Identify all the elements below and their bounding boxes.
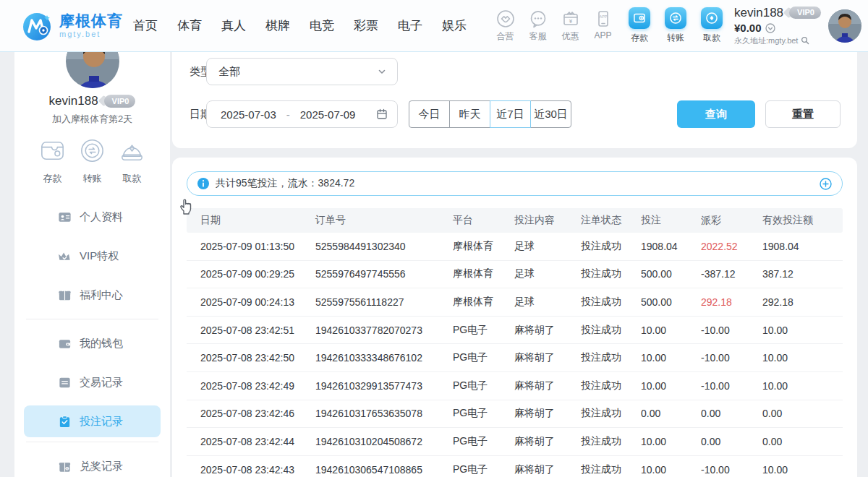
utility-app-icon[interactable]: APPAPP xyxy=(589,9,617,43)
sidebar-item-profile[interactable]: 个人资料 xyxy=(14,197,170,236)
wallet-icon xyxy=(58,337,72,351)
nav-item-4[interactable]: 棋牌 xyxy=(265,17,290,34)
table-row[interactable]: 2025-07-08 23:42:501942610333348676102PG… xyxy=(187,344,843,372)
cell-payout: 2022.52 xyxy=(701,241,762,252)
sidebar-item-redeem[interactable]: R兑奖记录 xyxy=(14,447,170,477)
quick-action-withdraw-outline-icon[interactable]: 取款 xyxy=(116,135,149,185)
svg-text:R: R xyxy=(66,467,68,470)
cell-platform: PG电子 xyxy=(453,435,514,448)
utility-label: 合营 xyxy=(497,30,514,43)
sidebar-item-bets[interactable]: 投注记录 xyxy=(24,405,161,437)
table-header-row: 日期订单号平台投注内容注单状态投注派彩有效投注额 xyxy=(187,208,843,233)
site-logo[interactable]: 摩根体育 mgty.bet xyxy=(20,9,123,43)
column-header: 派彩 xyxy=(701,214,762,227)
column-header: 投注 xyxy=(641,214,701,227)
username: kevin188 xyxy=(734,7,783,19)
cell-content: 麻将胡了 xyxy=(514,463,581,476)
sidebar-item-welfare[interactable]: 福利中心 xyxy=(14,275,170,314)
cell-date: 2025-07-08 23:42:51 xyxy=(187,325,315,336)
range-button-今日[interactable]: 今日 xyxy=(409,100,450,128)
withdraw-icon xyxy=(705,11,719,25)
date-range-input[interactable]: 2025-07-03 - 2025-07-09 xyxy=(206,100,398,128)
table-row[interactable]: 2025-07-09 01:13:505255984491302340摩根体育足… xyxy=(187,233,843,261)
menu-item-label: 福利中心 xyxy=(80,288,123,302)
deposit-outline-icon xyxy=(37,135,68,166)
transfer-outline-icon xyxy=(77,135,108,166)
table-row[interactable]: 2025-07-08 23:42:441942610310204508672PG… xyxy=(187,428,843,456)
refresh-balance-icon[interactable] xyxy=(765,23,775,33)
cell-platform: 摩根体育 xyxy=(453,267,514,280)
quick-action-deposit-outline-icon[interactable]: 存款 xyxy=(36,135,69,185)
range-button-近30日[interactable]: 近30日 xyxy=(530,100,571,128)
logo-icon xyxy=(20,9,54,43)
cell-platform: PG电子 xyxy=(453,407,514,420)
table-row[interactable]: 2025-07-09 00:24:135255975561118227摩根体育足… xyxy=(187,288,843,317)
quick-action-label: 转账 xyxy=(76,172,109,185)
quick-action-transfer-outline-icon[interactable]: 转账 xyxy=(76,135,109,185)
cell-date: 2025-07-08 23:42:44 xyxy=(187,436,315,447)
expand-circle-icon[interactable] xyxy=(820,178,832,190)
wallet-action-transfer-icon[interactable]: 转账 xyxy=(663,7,688,44)
nav-item-8[interactable]: 娱乐 xyxy=(442,17,467,34)
logo-text: 摩根体育 mgty.bet xyxy=(59,12,123,39)
wallet-actions: 存款转账取款 xyxy=(627,7,724,44)
user-avatar[interactable] xyxy=(828,9,861,43)
menu-divider xyxy=(26,319,158,319)
support-icon xyxy=(529,9,548,28)
nav-item-6[interactable]: 彩票 xyxy=(354,17,378,34)
user-block: kevin188 VIP0 ¥0.00 永久地址:mgty.bet xyxy=(734,7,821,45)
nav-item-2[interactable]: 体育 xyxy=(177,17,202,34)
cell-valid: 10.00 xyxy=(762,325,843,336)
wallet-action-withdraw-icon[interactable]: 取款 xyxy=(699,7,724,44)
cell-date: 2025-07-08 23:42:46 xyxy=(187,408,315,419)
utility-support-icon[interactable]: 客服 xyxy=(524,9,552,43)
sidebar-quick-actions: 存款转账取款 xyxy=(14,135,170,185)
sidebar: kevin188 VIP0 加入摩根体育第2天 存款转账取款 个人资料VIP特权… xyxy=(14,52,170,477)
date-separator: - xyxy=(286,108,290,121)
sidebar-avatar[interactable] xyxy=(64,52,121,90)
type-select[interactable]: 全部 xyxy=(206,58,398,85)
sidebar-menu: 个人资料VIP特权福利中心我的钱包交易记录投注记录R兑奖记录 xyxy=(14,197,170,477)
table-row[interactable]: 2025-07-08 23:42:431942610306547108865PG… xyxy=(187,456,843,477)
cell-valid: 10.00 xyxy=(762,352,843,364)
magnifier-icon[interactable] xyxy=(801,36,809,45)
wallet-action-deposit-icon[interactable]: 存款 xyxy=(627,7,652,44)
reset-button[interactable]: 重置 xyxy=(765,100,841,128)
table-row[interactable]: 2025-07-08 23:42:461942610317653635078PG… xyxy=(187,400,843,429)
logo-domain: mgty.bet xyxy=(59,30,123,39)
cell-order: 1942610317653635078 xyxy=(315,408,453,419)
menu-item-label: 交易记录 xyxy=(80,376,123,390)
promo-icon: ¥ xyxy=(561,9,580,28)
cell-bet: 10.00 xyxy=(641,436,701,447)
cell-bet: 10.00 xyxy=(641,352,701,364)
utility-links: 合营客服¥优惠APPAPP xyxy=(491,9,617,43)
menu-divider xyxy=(26,442,158,442)
nav-item-7[interactable]: 电子 xyxy=(398,17,422,34)
search-button[interactable]: 查询 xyxy=(677,100,755,128)
column-header: 日期 xyxy=(187,214,315,227)
utility-promo-icon[interactable]: ¥优惠 xyxy=(556,9,584,43)
vip-icon xyxy=(58,249,72,263)
nav-item-5[interactable]: 电竞 xyxy=(310,17,334,34)
summary-text: 共计95笔投注，流水：3824.72 xyxy=(216,177,354,190)
range-button-近7日[interactable]: 近7日 xyxy=(490,100,531,128)
vip-badge: VIP0 xyxy=(789,7,821,19)
cell-date: 2025-07-09 01:13:50 xyxy=(187,241,315,252)
top-header: 摩根体育 mgty.bet 首页体育真人棋牌电竞彩票电子娱乐 合营客服¥优惠AP… xyxy=(0,0,868,52)
table-row[interactable]: 2025-07-09 00:29:255255976497745556摩根体育足… xyxy=(187,261,843,289)
utility-partner-icon[interactable]: 合营 xyxy=(491,9,519,43)
table-row[interactable]: 2025-07-08 23:42:511942610337782070273PG… xyxy=(187,317,843,345)
table-row[interactable]: 2025-07-08 23:42:491942610329913577473PG… xyxy=(187,372,843,400)
quick-action-label: 存款 xyxy=(36,172,69,185)
sidebar-username: kevin188 xyxy=(49,94,98,108)
cell-bet: 500.00 xyxy=(641,268,701,280)
table-body: 2025-07-09 01:13:505255984491302340摩根体育足… xyxy=(187,233,843,477)
cell-payout: 292.18 xyxy=(701,296,762,308)
range-button-昨天[interactable]: 昨天 xyxy=(449,100,490,128)
cell-date: 2025-07-08 23:42:49 xyxy=(187,380,315,392)
nav-item-1[interactable]: 首页 xyxy=(133,17,158,34)
sidebar-item-vip[interactable]: VIP特权 xyxy=(14,236,170,275)
sidebar-item-transactions[interactable]: 交易记录 xyxy=(14,363,170,402)
sidebar-item-wallet[interactable]: 我的钱包 xyxy=(14,324,170,363)
nav-item-3[interactable]: 真人 xyxy=(221,17,246,34)
